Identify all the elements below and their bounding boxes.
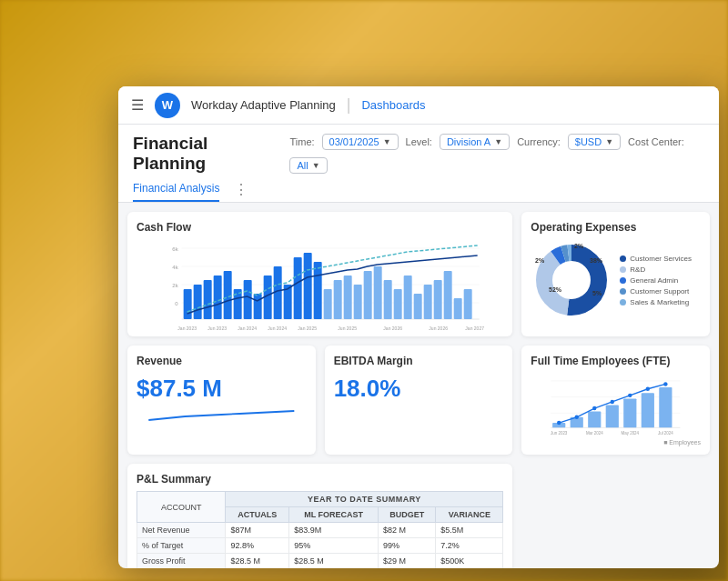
svg-point-70 [575,416,579,419]
svg-point-73 [628,394,632,397]
actuals-header: ACTUALS [226,507,289,523]
svg-rect-32 [414,294,422,319]
svg-rect-34 [434,280,442,319]
revenue-card: Revenue $87.5 M [127,346,316,455]
menu-icon[interactable]: ☰ [131,96,144,114]
svg-text:38%: 38% [590,257,603,264]
page-title: Financial Planning [133,134,277,174]
revenue-title: Revenue [136,355,307,367]
legend-customer-support: Customer Support [620,287,692,296]
ebitda-title: EBITDA Margin [334,355,504,367]
svg-text:Mar 2024: Mar 2024 [586,431,603,436]
time-filter[interactable]: 03/01/2025 ▼ [322,134,399,150]
donut-svg: 52% 38% 5% 2% 2% [531,239,612,321]
donut-chart-container: 52% 38% 5% 2% 2% Customer Services R&D [531,239,701,321]
app-name: Workday Adaptive Planning [191,98,336,112]
op-expenses-title: Operating Expenses [531,221,701,234]
revenue-value: $87.5 M [136,375,307,403]
fte-card: Full Time Employees (FTE) [521,346,710,455]
pl-table: ACCOUNT YEAR TO DATE SUMMARY ACTUALS ML … [136,491,503,568]
pl-row-net-revenue: Net Revenue $87M $83.9M $82 M $5.5M [137,523,503,538]
svg-rect-65 [606,406,619,428]
dashboards-link[interactable]: Dashboards [361,98,425,112]
ytd-header: YEAR TO DATE SUMMARY [226,492,503,507]
svg-text:2%: 2% [535,257,545,264]
nav-bar: ☰ W Workday Adaptive Planning | Dashboar… [118,86,719,125]
svg-rect-31 [404,275,412,319]
svg-text:2%: 2% [574,243,584,249]
fte-title: Full Time Employees (FTE) [531,355,701,367]
cash-flow-svg: 6k 4k 2k 0 [136,239,503,335]
svg-rect-64 [588,412,601,428]
legend-customer-services: Customer Services [620,255,692,263]
svg-point-74 [646,387,650,391]
ebitda-card: EBITDA Margin 18.0% [325,346,513,455]
svg-text:Jan 2024: Jan 2024 [238,326,257,331]
filter-group: Time: 03/01/2025 ▼ Level: Division A ▼ C… [289,134,704,174]
pl-row-pct-target: % of Target 92.8% 95% 99% 7.2% [137,538,503,554]
svg-text:May 2024: May 2024 [622,431,640,436]
svg-rect-29 [384,280,392,319]
svg-rect-25 [344,275,352,319]
fte-svg: Jun 2023 Mar 2024 May 2024 Jul 2024 [531,373,701,437]
svg-rect-36 [454,298,462,319]
forecast-header: ML FORECAST [289,507,379,523]
svg-text:Jan 2027: Jan 2027 [465,326,484,331]
svg-text:Jun 2026: Jun 2026 [429,326,448,331]
svg-point-72 [611,400,614,404]
variance-header: VARIANCE [436,507,503,523]
level-filter[interactable]: Division A ▼ [440,134,510,150]
svg-rect-37 [464,289,472,319]
nav-divider: | [347,95,351,115]
svg-rect-33 [424,285,432,319]
svg-rect-24 [334,280,342,319]
app-logo: W [155,93,180,118]
svg-rect-27 [364,271,372,319]
svg-rect-23 [324,289,332,319]
budget-header: BUDGET [379,507,436,523]
ebitda-value: 18.0% [334,375,504,403]
currency-filter[interactable]: $USD ▼ [568,134,621,150]
svg-text:52%: 52% [549,286,562,293]
svg-text:Jun 2023: Jun 2023 [207,326,227,331]
svg-text:Jan 2025: Jan 2025 [298,326,317,331]
svg-rect-30 [394,289,402,319]
level-filter-label: Level: [406,136,432,147]
legend-general-admin: General Admin [620,276,692,285]
cash-flow-title: Cash Flow [136,221,503,234]
svg-text:Jun 2023: Jun 2023 [551,431,568,436]
tab-financial-analysis[interactable]: Financial Analysis [133,182,219,202]
svg-text:Jan 2026: Jan 2026 [383,326,402,331]
svg-point-71 [592,406,596,410]
svg-text:Jun 2024: Jun 2024 [268,326,287,331]
svg-rect-22 [314,262,322,319]
tab-more-button[interactable]: ⋮ [234,181,248,202]
svg-rect-15 [244,280,252,319]
svg-rect-28 [374,266,382,319]
svg-rect-9 [184,289,192,319]
svg-text:6k: 6k [172,246,178,252]
cost-center-filter[interactable]: All ▼ [289,157,327,174]
revenue-trend-svg [136,406,307,423]
cash-flow-card: Cash Flow 6k 4k 2k 0 [127,212,512,336]
svg-point-52 [553,262,590,298]
svg-text:4k: 4k [172,265,178,270]
svg-rect-35 [444,271,452,319]
svg-rect-66 [624,398,637,427]
svg-rect-67 [642,393,654,427]
legend-rd: R&D [620,265,692,274]
svg-rect-16 [254,294,262,319]
svg-rect-20 [294,257,302,319]
dashboard-grid: Cash Flow 6k 4k 2k 0 [118,203,719,568]
cost-center-filter-label: Cost Center: [628,136,684,147]
currency-filter-label: Currency: [517,136,561,147]
svg-rect-12 [214,275,222,319]
svg-rect-11 [204,280,212,319]
tab-row: Financial Analysis ⋮ [133,181,704,202]
fte-legend: ■ Employees [531,439,701,446]
cash-flow-chart: 6k 4k 2k 0 [136,239,503,335]
fte-chart: Jun 2023 Mar 2024 May 2024 Jul 2024 ■ Em… [531,373,701,446]
pl-title: P&L Summary [136,473,503,486]
pl-summary-card: P&L Summary ACCOUNT YEAR TO DATE SUMMARY… [127,464,512,568]
account-header: ACCOUNT [137,492,226,523]
